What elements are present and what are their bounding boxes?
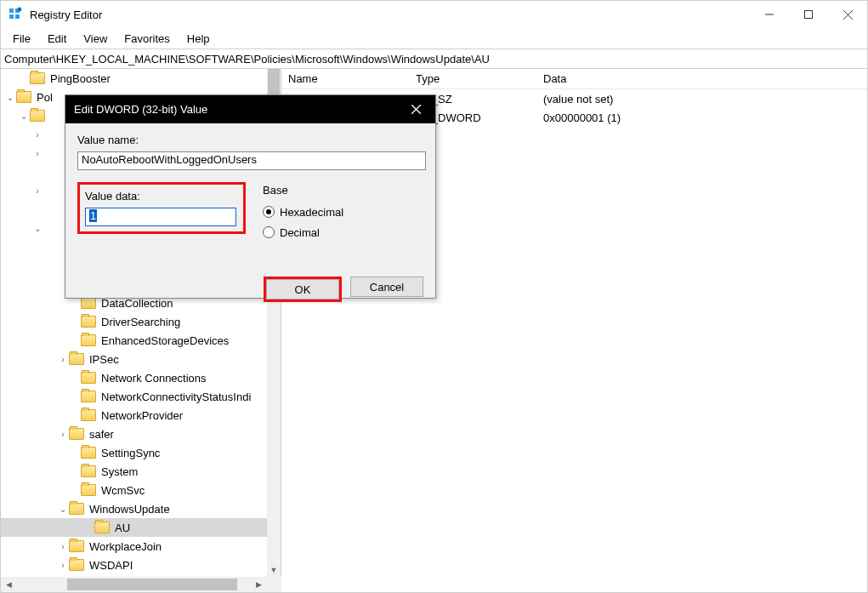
tree-node[interactable]: SettingSync <box>1 443 267 462</box>
folder-icon <box>30 110 45 122</box>
tree-node[interactable]: ›WSDAPI <box>1 556 267 574</box>
dialog-close-button[interactable] <box>396 95 435 123</box>
tree-node[interactable]: NetworkProvider <box>1 406 267 425</box>
folder-icon <box>81 447 96 459</box>
tree-node[interactable]: ›WorkplaceJoin <box>1 537 267 556</box>
tree-node[interactable]: ›IPSec <box>1 350 267 368</box>
menu-edit[interactable]: Edit <box>39 32 75 45</box>
radio-icon <box>263 206 275 218</box>
scroll-left-icon[interactable]: ◀ <box>1 577 16 592</box>
folder-icon <box>69 559 84 571</box>
svg-rect-3 <box>15 14 20 19</box>
tree-node[interactable]: PingBooster <box>1 69 267 88</box>
tree-hscrollbar[interactable]: ◀ ▶ <box>1 577 281 592</box>
address-text: Computer\HKEY_LOCAL_MACHINE\SOFTWARE\Pol… <box>4 53 490 66</box>
app-icon <box>8 7 23 22</box>
cancel-button[interactable]: Cancel <box>350 277 423 297</box>
tree-node[interactable]: Network Connections <box>1 368 267 387</box>
dialog-titlebar: Edit DWORD (32-bit) Value <box>65 95 435 123</box>
tree-node[interactable]: DriverSearching <box>1 312 267 331</box>
scroll-down-icon[interactable]: ▼ <box>267 563 281 577</box>
folder-icon <box>69 503 84 515</box>
folder-icon <box>69 428 84 440</box>
scroll-right-icon[interactable]: ▶ <box>251 577 266 592</box>
chevron-right-icon[interactable]: › <box>31 130 43 140</box>
scroll-thumb[interactable] <box>67 579 237 590</box>
window-title: Registry Editor <box>30 9 102 21</box>
folder-icon <box>30 72 45 84</box>
chevron-right-icon[interactable]: › <box>57 561 69 570</box>
highlight-value-data: Value data: 1 <box>77 182 246 234</box>
svg-point-4 <box>18 8 22 12</box>
list-header: Name Type Data <box>281 69 867 89</box>
titlebar: Registry Editor <box>1 1 867 28</box>
chevron-right-icon[interactable]: › <box>31 149 43 158</box>
folder-icon <box>81 391 96 402</box>
dialog-title: Edit DWORD (32-bit) Value <box>74 103 207 116</box>
chevron-down-icon[interactable]: ⌄ <box>4 93 16 102</box>
tree-node-selected[interactable]: AU <box>1 518 267 537</box>
menu-help[interactable]: Help <box>179 32 218 45</box>
address-bar[interactable]: Computer\HKEY_LOCAL_MACHINE\SOFTWARE\Pol… <box>1 48 867 69</box>
tree-node[interactable]: WcmSvc <box>1 481 267 499</box>
tree-node[interactable]: NetworkConnectivityStatusIndi <box>1 387 267 406</box>
svg-rect-2 <box>9 14 14 19</box>
col-name[interactable]: Name <box>281 72 409 85</box>
value-name-field[interactable]: NoAutoRebootWithLoggedOnUsers <box>77 151 426 170</box>
tree-node[interactable]: ⌄WindowsUpdate <box>1 499 267 518</box>
tree-node[interactable]: ›safer <box>1 425 267 443</box>
value-data-label: Value data: <box>85 190 238 202</box>
value-data-field[interactable]: 1 <box>85 208 236 226</box>
radio-dec[interactable]: Decimal <box>263 222 423 242</box>
radio-icon <box>263 226 275 238</box>
folder-icon <box>94 522 110 533</box>
folder-icon <box>81 465 96 477</box>
folder-icon <box>16 91 31 103</box>
close-button[interactable] <box>828 1 867 28</box>
folder-icon <box>69 353 84 365</box>
menu-favorites[interactable]: Favorites <box>116 32 178 45</box>
ok-button[interactable]: OK <box>266 279 339 299</box>
minimize-button[interactable] <box>750 1 789 28</box>
close-icon <box>411 105 421 114</box>
radio-hex[interactable]: Hexadecimal <box>263 202 423 222</box>
folder-icon <box>81 372 96 384</box>
col-type[interactable]: Type <box>409 72 536 85</box>
col-data[interactable]: Data <box>536 72 867 85</box>
chevron-down-icon[interactable]: ⌄ <box>57 505 69 514</box>
folder-icon <box>69 540 84 552</box>
chevron-right-icon[interactable]: › <box>57 355 69 364</box>
edit-dword-dialog: Edit DWORD (32-bit) Value Value name: No… <box>65 94 436 299</box>
value-name-label: Value name: <box>77 134 423 146</box>
folder-icon <box>81 484 96 496</box>
menubar: File Edit View Favorites Help <box>1 28 867 48</box>
folder-icon <box>81 409 96 421</box>
highlight-ok: OK <box>264 277 342 302</box>
tree-node[interactable]: EnhancedStorageDevices <box>1 331 267 350</box>
tree-node[interactable]: System <box>1 462 267 481</box>
menu-view[interactable]: View <box>75 32 116 45</box>
menu-file[interactable]: File <box>4 32 39 45</box>
svg-rect-0 <box>9 9 14 13</box>
maximize-button[interactable] <box>789 1 828 28</box>
chevron-right-icon[interactable]: › <box>31 186 43 196</box>
registry-editor-window: Registry Editor File Edit View Favorites… <box>0 0 868 593</box>
chevron-right-icon[interactable]: › <box>57 542 69 551</box>
chevron-down-icon[interactable]: ⌄ <box>18 111 30 121</box>
chevron-right-icon[interactable]: › <box>57 430 69 439</box>
svg-rect-6 <box>805 11 813 19</box>
chevron-down-icon[interactable]: ⌄ <box>31 224 43 233</box>
folder-icon <box>81 316 96 328</box>
folder-icon <box>81 334 96 346</box>
base-label: Base <box>263 184 423 197</box>
